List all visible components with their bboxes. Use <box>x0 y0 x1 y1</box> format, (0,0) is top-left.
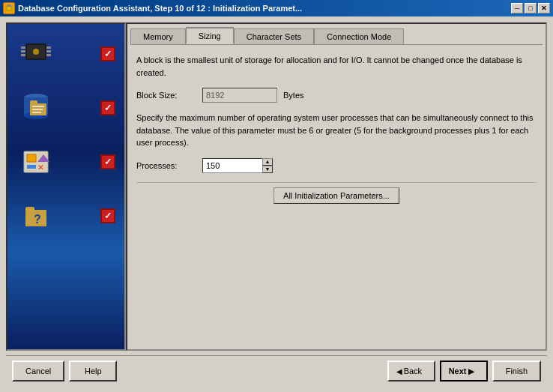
bottom-left-buttons: Cancel Help <box>12 361 117 382</box>
block-size-unit: Bytes <box>283 91 304 100</box>
svg-rect-5 <box>21 46 25 49</box>
help-button[interactable]: Help <box>69 361 117 382</box>
processes-row: Processes: ▲ ▼ <box>136 158 537 173</box>
spinner-controls[interactable]: ▲ ▼ <box>262 158 273 173</box>
app-icon <box>3 2 15 14</box>
tab-connection-mode[interactable]: Connection Mode <box>314 28 404 44</box>
list-item: ? ✓ <box>13 195 118 237</box>
next-button[interactable]: Next ▶ <box>440 361 488 382</box>
back-label: Back <box>404 367 422 376</box>
bottom-right-buttons: ◀ Back Next ▶ Finish <box>387 361 541 382</box>
bottom-bar: Cancel Help ◀ Back Next ▶ Finish <box>6 355 547 386</box>
list-item: ✓ <box>13 87 118 129</box>
check-badge: ✓ <box>100 208 115 223</box>
tab-sizing[interactable]: Sizing <box>186 27 234 44</box>
svg-rect-16 <box>30 100 37 104</box>
svg-rect-23 <box>27 165 36 169</box>
main-container: ✓ <box>0 16 553 392</box>
svg-rect-1 <box>7 4 11 7</box>
all-params-row: All Initialization Parameters... <box>136 182 537 208</box>
block-size-description: A block is the smallest unit of storage … <box>136 54 537 79</box>
check-badge: ✓ <box>100 100 115 115</box>
block-size-row: Block Size: Bytes <box>136 88 537 103</box>
spinner-down-button[interactable]: ▼ <box>262 166 273 173</box>
tab-bar: Memory Sizing Character Sets Connection … <box>127 24 546 44</box>
all-initialization-parameters-button[interactable]: All Initialization Parameters... <box>274 187 399 204</box>
svg-rect-7 <box>21 54 25 56</box>
finish-button[interactable]: Finish <box>492 361 541 382</box>
right-panel: Memory Sizing Character Sets Connection … <box>126 22 547 351</box>
processes-spinner[interactable]: ▲ ▼ <box>202 158 273 173</box>
spinner-up-button[interactable]: ▲ <box>262 158 273 166</box>
block-size-input[interactable] <box>202 88 277 103</box>
svg-rect-26 <box>25 207 34 211</box>
tab-memory[interactable]: Memory <box>130 28 186 44</box>
list-item: ✕ ✓ <box>13 141 118 183</box>
next-arrow-icon: ▶ <box>468 367 474 376</box>
window-title: Database Configuration Assistant, Step 1… <box>18 4 302 13</box>
cancel-button[interactable]: Cancel <box>12 361 64 382</box>
back-button[interactable]: ◀ Back <box>387 361 435 382</box>
folder-question-icon: ? <box>16 196 55 235</box>
svg-point-11 <box>33 49 39 55</box>
back-arrow-icon: ◀ <box>396 367 402 376</box>
svg-rect-17 <box>32 106 44 107</box>
processes-input[interactable] <box>202 158 262 173</box>
svg-rect-18 <box>32 109 43 110</box>
sidebar: ✓ <box>6 22 126 351</box>
minimize-button[interactable]: ─ <box>511 3 523 13</box>
svg-rect-6 <box>21 50 25 52</box>
check-badge: ✓ <box>100 46 115 61</box>
block-size-label: Block Size: <box>136 91 196 100</box>
shapes-icon: ✕ <box>16 142 55 181</box>
svg-rect-21 <box>27 154 36 162</box>
svg-rect-19 <box>32 112 41 113</box>
tab-content-sizing: A block is the smallest unit of storage … <box>127 45 546 349</box>
processes-description: Specify the maximum number of operating … <box>136 112 537 149</box>
content-area: ✓ <box>6 22 547 351</box>
maximize-button[interactable]: □ <box>525 3 537 13</box>
window-controls[interactable]: ─ □ ✕ <box>511 3 550 13</box>
svg-text:✕: ✕ <box>37 163 43 172</box>
folder-docs-icon <box>16 88 55 127</box>
svg-rect-10 <box>46 54 51 56</box>
list-item: ✓ <box>13 33 118 75</box>
svg-point-2 <box>7 7 10 10</box>
chip-icon-container <box>16 34 55 73</box>
svg-text:?: ? <box>34 213 41 226</box>
check-badge: ✓ <box>100 154 115 169</box>
svg-rect-8 <box>46 46 51 49</box>
next-label: Next <box>449 367 467 376</box>
close-button[interactable]: ✕ <box>538 3 550 13</box>
processes-label: Processes: <box>136 161 196 170</box>
title-bar: Database Configuration Assistant, Step 1… <box>0 0 553 16</box>
tab-character-sets[interactable]: Character Sets <box>234 28 314 44</box>
svg-rect-9 <box>46 50 51 52</box>
